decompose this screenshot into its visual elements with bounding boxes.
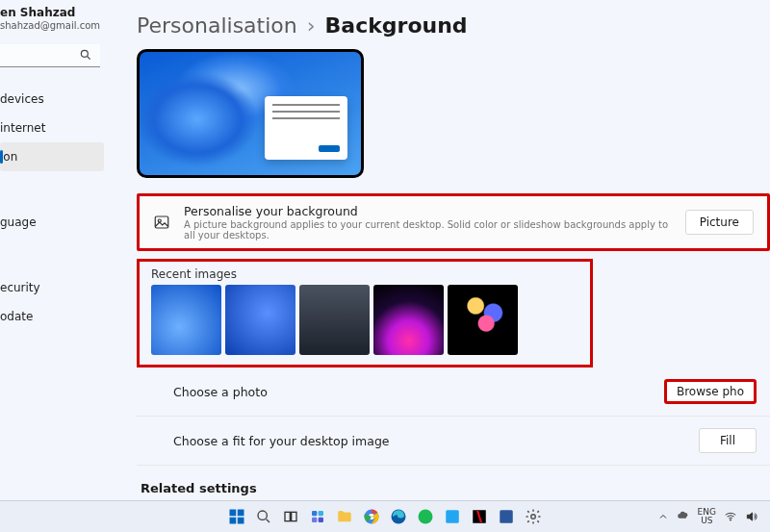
page-title: Background [325, 13, 468, 38]
svg-rect-20 [446, 510, 459, 523]
recent-images-label: Recent images [151, 267, 578, 281]
recent-thumb-2[interactable] [299, 285, 370, 355]
profile-email: shahzad@gmail.com [0, 20, 104, 31]
svg-rect-5 [238, 510, 244, 517]
sidebar-item-0[interactable]: devices [0, 85, 104, 114]
svg-rect-14 [312, 518, 317, 522]
taskview-icon[interactable] [280, 506, 301, 527]
browse-photos-button[interactable]: Browse pho [664, 379, 757, 404]
svg-rect-22 [500, 510, 513, 523]
start-icon[interactable] [226, 506, 247, 527]
image-icon [153, 214, 170, 231]
fit-dropdown[interactable]: Fill [699, 428, 757, 453]
tray-language[interactable]: ENGUS [698, 508, 716, 525]
svg-point-19 [419, 510, 433, 524]
widgets-icon[interactable] [307, 506, 328, 527]
breadcrumb-parent[interactable]: Personalisation [137, 13, 297, 38]
breadcrumb: Personalisation › Background [137, 13, 770, 38]
chrome-icon[interactable] [361, 506, 382, 527]
tray-chevron-icon[interactable] [657, 511, 669, 522]
sidebar-item-1[interactable]: internet [0, 114, 104, 142]
profile-name: en Shahzad [0, 6, 104, 19]
explorer-icon[interactable] [334, 506, 355, 527]
choose-fit-label: Choose a fit for your desktop image [150, 434, 699, 448]
svg-rect-4 [230, 510, 237, 517]
svg-rect-10 [285, 512, 290, 520]
sidebar-item-4[interactable]: ecurity [0, 273, 104, 302]
svg-line-9 [267, 519, 270, 522]
netflix-icon[interactable] [469, 506, 490, 527]
svg-point-23 [531, 515, 536, 519]
svg-point-8 [258, 511, 267, 519]
recent-thumb-1[interactable] [225, 285, 295, 355]
background-type-dropdown[interactable]: Picture [685, 210, 754, 235]
tray-onedrive-icon[interactable] [677, 510, 690, 523]
settings-icon[interactable] [523, 506, 544, 527]
svg-rect-11 [292, 512, 296, 520]
taskbar: ENGUS [0, 500, 770, 532]
vscode-icon[interactable] [442, 506, 463, 527]
svg-rect-7 [238, 518, 244, 524]
svg-point-24 [730, 519, 731, 520]
sidebar-item-3[interactable]: guage [0, 208, 104, 237]
recent-thumb-0[interactable] [151, 285, 221, 355]
svg-rect-6 [230, 518, 237, 524]
svg-point-0 [81, 51, 88, 58]
svg-rect-2 [155, 216, 168, 228]
related-settings-heading: Related settings [141, 481, 770, 495]
desktop-preview [137, 49, 364, 178]
search-icon [79, 48, 92, 62]
svg-rect-12 [312, 511, 317, 516]
sidebar-item-2[interactable]: ion [0, 142, 104, 171]
search-field[interactable] [0, 44, 104, 67]
svg-line-1 [88, 57, 90, 60]
chevron-right-icon: › [307, 13, 316, 38]
svg-rect-15 [319, 518, 323, 522]
tray-wifi-icon[interactable] [724, 510, 737, 523]
personalise-title: Personalise your background [184, 204, 672, 218]
tray-volume-icon[interactable] [745, 510, 758, 523]
recent-thumb-3[interactable] [373, 285, 444, 355]
svg-rect-13 [319, 511, 323, 516]
spotify-icon[interactable] [415, 506, 436, 527]
sidebar-item-5[interactable]: odate [0, 302, 104, 331]
choose-photo-label: Choose a photo [150, 385, 664, 399]
search-taskbar-icon[interactable] [253, 506, 274, 527]
recent-thumb-4[interactable] [448, 285, 518, 355]
personalise-background-card[interactable]: Personalise your background A picture ba… [137, 193, 770, 251]
word-icon[interactable] [496, 506, 517, 527]
personalise-desc: A picture background applies to your cur… [184, 219, 672, 241]
edge-icon[interactable] [388, 506, 409, 527]
